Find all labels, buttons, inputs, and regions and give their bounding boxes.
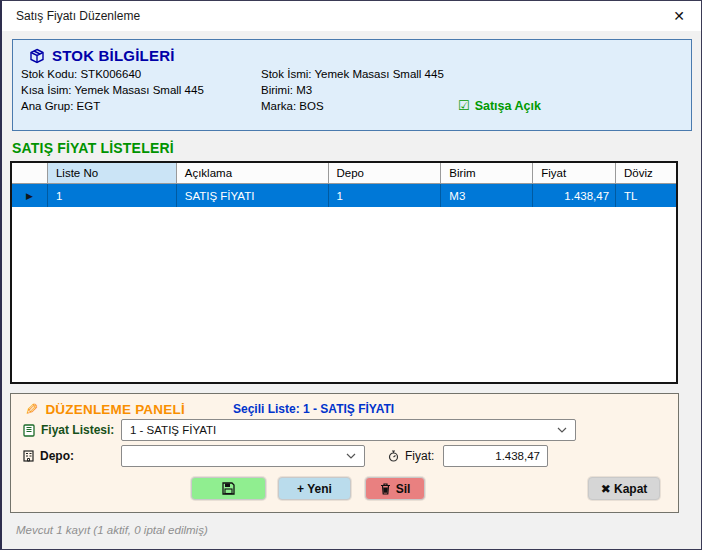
selected-list-label: Seçili Liste: 1 - SATIŞ FİYATI (233, 402, 394, 416)
checkbox-checked-icon: ☑ (458, 98, 470, 113)
cell-depo[interactable]: 1 (329, 184, 442, 207)
price-list-select[interactable]: 1 - SATIŞ FİYATI (121, 419, 576, 441)
grid-header-liste-no[interactable]: Liste No (48, 163, 177, 184)
trash-icon (380, 483, 391, 495)
edit-panel-header: ✎ DÜZENLEME PANELİ (25, 400, 185, 419)
grid-header-row: Liste No Açıklama Depo Birim Fiyat Döviz (12, 163, 676, 184)
price-list-label-group: Fiyat Listesi: (23, 423, 114, 437)
grid-header-selector (12, 163, 48, 184)
grid-header-birim[interactable]: Birim (441, 163, 533, 184)
cell-fiyat[interactable]: 1.438,47 (533, 184, 616, 207)
table-row[interactable]: ▶ 1 SATIŞ FİYATI 1 M3 1.438,47 TL (12, 184, 676, 207)
delete-button[interactable]: Sil (365, 477, 425, 500)
package-icon (29, 48, 45, 64)
price-list-label: Fiyat Listesi: (41, 423, 114, 437)
price-label: Fiyat: (405, 449, 434, 463)
short-name: Kısa İsim: Yemek Masası Small 445 (21, 84, 204, 96)
cell-doviz[interactable]: TL (616, 184, 676, 207)
sale-open-label: Satışa Açık (475, 99, 541, 113)
save-button[interactable] (191, 477, 266, 500)
cell-aciklama[interactable]: SATIŞ FİYATI (177, 184, 329, 207)
edit-panel-title: DÜZENLEME PANELİ (45, 402, 184, 417)
price-list-selected-value: 1 - SATIŞ FİYATI (130, 424, 216, 436)
title-bar: Satış Fiyatı Düzenleme ✕ (2, 1, 701, 31)
edit-panel: ✎ DÜZENLEME PANELİ Seçili Liste: 1 - SAT… (10, 393, 679, 513)
window-title: Satış Fiyatı Düzenleme (16, 9, 140, 23)
stopwatch-icon (388, 450, 399, 462)
pencil-icon: ✎ (25, 400, 38, 419)
grid-header-doviz[interactable]: Döviz (616, 163, 676, 184)
price-input[interactable]: 1.438,47 (443, 445, 548, 467)
grid-header-depo[interactable]: Depo (329, 163, 442, 184)
stock-name: Stok İsmi: Yemek Masası Small 445 (261, 68, 444, 80)
price-list-grid: Liste No Açıklama Depo Birim Fiyat Döviz… (10, 161, 678, 384)
new-button[interactable]: + Yeni (278, 477, 351, 500)
depot-select[interactable] (121, 445, 365, 467)
stock-code: Stok Kodu: STK006640 (21, 68, 141, 80)
row-selector-arrow-icon: ▶ (26, 191, 33, 201)
grid-header-fiyat[interactable]: Fiyat (533, 163, 616, 184)
close-icon[interactable]: ✕ (667, 5, 691, 27)
row-selector-cell: ▶ (12, 184, 48, 207)
price-value: 1.438,47 (495, 450, 540, 462)
delete-button-label: Sil (396, 482, 411, 496)
price-lists-section-title: SATIŞ FİYAT LİSTELERİ (12, 140, 174, 156)
chevron-down-icon (557, 427, 567, 433)
price-label-group: Fiyat: (388, 449, 434, 463)
stock-panel-header: STOK BİLGİLERİ (29, 47, 175, 64)
book-icon (23, 424, 35, 437)
floppy-disk-icon (222, 482, 235, 495)
close-dialog-button[interactable]: ✖ Kapat (588, 477, 660, 500)
cell-birim[interactable]: M3 (441, 184, 533, 207)
sale-price-dialog: { "window": { "title": "Satış Fiyatı Düz… (0, 0, 702, 550)
sale-open-badge: ☑ Satışa Açık (458, 98, 541, 113)
grid-header-aciklama[interactable]: Açıklama (177, 163, 329, 184)
status-text: Mevcut 1 kayıt (1 aktif, 0 iptal edilmiş… (16, 524, 208, 536)
unit: Birimi: M3 (261, 84, 312, 96)
depot-label: Depo: (40, 449, 74, 463)
stock-info-panel: STOK BİLGİLERİ Stok Kodu: STK006640 Kısa… (12, 39, 692, 131)
stock-panel-title: STOK BİLGİLERİ (52, 47, 175, 64)
main-group: Ana Grup: EGT (21, 100, 100, 112)
chevron-down-icon (346, 453, 356, 459)
building-icon (23, 450, 34, 462)
depot-label-group: Depo: (23, 449, 74, 463)
brand: Marka: BOS (261, 100, 324, 112)
cell-liste-no[interactable]: 1 (48, 184, 177, 207)
